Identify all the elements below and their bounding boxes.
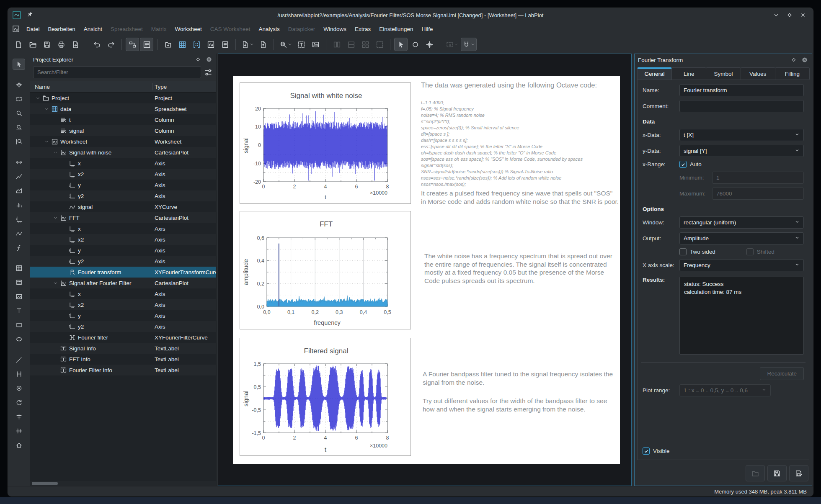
export-page-icon[interactable]	[69, 38, 82, 51]
tree-hscrollbar[interactable]	[30, 481, 216, 486]
two-sided-checkbox[interactable]	[679, 248, 687, 255]
image-tool-icon[interactable]	[13, 291, 25, 302]
chart-line-tool-icon[interactable]	[13, 171, 25, 182]
text-tool-icon[interactable]	[13, 305, 25, 316]
layout-break-icon[interactable]	[373, 38, 386, 51]
new-note-icon[interactable]	[218, 38, 232, 51]
new-matrix-icon[interactable]	[190, 38, 203, 51]
curve-tool-icon[interactable]	[13, 228, 25, 239]
minimum-field[interactable]	[712, 172, 804, 184]
align-v-tool-icon[interactable]	[13, 425, 25, 437]
undo-icon[interactable]	[90, 38, 103, 51]
tree-item-x2[interactable]: x2Axis	[30, 299, 216, 310]
layout-vertical-icon[interactable]	[344, 38, 358, 51]
chart-bars-tool-icon[interactable]	[13, 199, 25, 211]
legend-tool-icon[interactable]	[13, 277, 25, 288]
close-panel-icon[interactable]	[205, 56, 213, 63]
tree-item-fourier-filter[interactable]: Fourier filterXYFourierFilterCurve	[30, 332, 216, 343]
zoom-circle-icon[interactable]	[408, 38, 422, 51]
new-workbook-icon[interactable]	[161, 38, 175, 51]
tree-item-x[interactable]: xAxis	[30, 288, 216, 299]
export-file-icon[interactable]	[256, 38, 270, 51]
close-icon[interactable]	[798, 10, 808, 20]
float-panel-icon[interactable]	[194, 56, 202, 63]
search-input[interactable]	[33, 66, 201, 78]
save-config-button[interactable]	[767, 465, 787, 481]
tree-item-signal-after-fourier-filter[interactable]: Signal after Fourier FilterCartesianPlot	[30, 278, 216, 288]
tab-line[interactable]: Line	[671, 67, 706, 80]
layout-horizontal-icon[interactable]	[330, 38, 343, 51]
point-tool-icon[interactable]	[13, 383, 25, 394]
close-dock-icon[interactable]	[801, 56, 808, 64]
zoom-x-tool-icon[interactable]	[13, 122, 25, 133]
load-config-button[interactable]	[746, 465, 765, 481]
tree-item-y[interactable]: yAxis	[30, 245, 216, 256]
filter-options-icon[interactable]	[204, 68, 213, 77]
tree-item-x2[interactable]: x2Axis	[30, 169, 216, 180]
menu-extras[interactable]: Extras	[351, 24, 374, 34]
window-select[interactable]: rectangular (uniform)	[679, 216, 804, 229]
tree-item-signal[interactable]: signalXYCurve	[30, 201, 216, 212]
new-worksheet-icon[interactable]	[204, 38, 217, 51]
func-tool-icon[interactable]	[13, 242, 25, 253]
folder-open-icon[interactable]	[26, 38, 39, 51]
tab-symbol[interactable]: Symbol	[706, 67, 741, 80]
chart-area-tool-icon[interactable]	[13, 185, 25, 196]
zoom-y-tool-icon[interactable]	[13, 136, 25, 147]
xscale-select[interactable]: Frequency	[679, 259, 804, 271]
cursor-arrow-icon[interactable]	[394, 38, 408, 51]
crosshair-icon[interactable]	[423, 38, 436, 51]
menu-ansicht[interactable]: Ansicht	[80, 24, 106, 34]
tree-item-y2[interactable]: y2Axis	[30, 321, 216, 332]
menu-bearbeiten[interactable]: Bearbeiten	[44, 24, 79, 34]
tab-general[interactable]: General	[637, 67, 672, 80]
tree-item-project[interactable]: ProjectProject	[30, 93, 216, 103]
ydata-select[interactable]: signal [Y]	[679, 145, 804, 157]
expander-icon[interactable]	[35, 95, 41, 101]
recalculate-button[interactable]: Recalculate	[760, 367, 804, 380]
redo-icon[interactable]	[104, 38, 118, 51]
menu-datei[interactable]: Datei	[23, 24, 44, 34]
tree-item-x2[interactable]: x2Axis	[30, 234, 216, 245]
tab-filling[interactable]: Filling	[775, 67, 810, 80]
save-config-as-button[interactable]	[789, 465, 808, 481]
select-region-icon[interactable]	[444, 38, 460, 51]
layout-grid-icon[interactable]	[359, 38, 372, 51]
menu-worksheet[interactable]: Worksheet	[171, 24, 205, 34]
arrows-h-tool-icon[interactable]	[13, 157, 25, 168]
tree-item-worksheet[interactable]: WorksheetWorksheet	[30, 136, 216, 147]
text-label-icon[interactable]	[294, 38, 308, 51]
tree-item-signal-with-noise[interactable]: Signal with noiseCartesianPlot	[30, 147, 216, 158]
plot-signal-with-noise[interactable]: Signal with white noise20100-10-2002468×…	[240, 82, 411, 204]
ref-range-tool-icon[interactable]	[13, 368, 25, 380]
shape-rect-tool-icon[interactable]	[13, 319, 25, 331]
pointer-tool-icon[interactable]	[13, 59, 25, 70]
plot-range-select[interactable]: 1 : x = 0 .. 0,5, y = 0 .. 0,6	[679, 384, 771, 396]
pin-icon[interactable]	[27, 11, 33, 19]
tree-item-y[interactable]: yAxis	[30, 310, 216, 321]
tree-item-y[interactable]: yAxis	[30, 180, 216, 190]
tree-item-x[interactable]: xAxis	[30, 223, 216, 234]
zoom-select-icon[interactable]	[278, 38, 294, 51]
tree-item-fft-info[interactable]: FFT InfoTextLabel	[30, 354, 216, 365]
file-new-icon[interactable]	[12, 38, 25, 51]
new-spreadsheet-icon[interactable]	[176, 38, 189, 51]
home-tool-icon[interactable]	[13, 440, 25, 451]
maximize-icon[interactable]	[785, 10, 794, 20]
tree-item-fourier-transform[interactable]: Fourier transformXYFourierTransformCurve	[30, 267, 216, 278]
magnifier-tool-icon[interactable]	[13, 108, 25, 119]
tab-values[interactable]: Values	[741, 67, 775, 80]
rotate-tool-icon[interactable]	[13, 397, 25, 408]
ref-line-tool-icon[interactable]	[13, 354, 25, 365]
output-select[interactable]: Amplitude	[679, 232, 804, 244]
insert-image-icon[interactable]	[309, 38, 322, 51]
expander-icon[interactable]	[44, 139, 50, 145]
app-icon[interactable]	[13, 11, 21, 19]
plot-filtered-signal[interactable]: Filtered signal1,50,5-0,5-1,502468×10000…	[240, 338, 411, 456]
tree-item-fft[interactable]: FFTCartesianPlot	[30, 212, 216, 223]
save-icon[interactable]	[40, 38, 54, 51]
float-dock-icon[interactable]	[790, 56, 798, 64]
expander-icon[interactable]	[44, 106, 50, 112]
expander-icon[interactable]	[52, 280, 59, 286]
auto-checkbox[interactable]	[679, 161, 687, 168]
